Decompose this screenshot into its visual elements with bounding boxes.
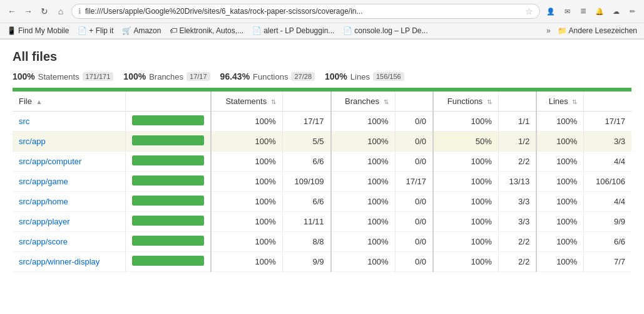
table-row: src/app/game 100% 109/109 100% 17/17 100… [13, 172, 631, 192]
functions-label: Functions [253, 72, 288, 81]
file-cell[interactable]: src/app/winner-display [13, 252, 125, 272]
summary-bar: 100% Statements 171/171 100% Branches 17… [13, 71, 631, 81]
lines-label: Lines [350, 72, 370, 81]
line-count: 9/9 [584, 212, 631, 232]
line-count: 4/4 [584, 192, 631, 212]
stmt-count: 5/5 [282, 132, 330, 152]
col-header-bar [125, 92, 211, 112]
star-icon[interactable]: ☆ [525, 6, 533, 16]
file-cell[interactable]: src/app/computer [13, 152, 125, 172]
col-header-branches-pct[interactable]: Branches ⇅ [331, 92, 396, 112]
branch-count: 0/0 [395, 192, 433, 212]
progress-bar-bg [132, 196, 204, 206]
back-button[interactable]: ← [5, 4, 19, 18]
func-count: 3/3 [498, 212, 536, 232]
progress-bar-fill [132, 196, 204, 206]
other-bookmarks[interactable]: 📁 Andere Lesezeichen [556, 26, 639, 36]
bookmark-amazon[interactable]: 🛒 Amazon [120, 26, 163, 36]
branch-pct: 100% [331, 232, 396, 252]
file-cell[interactable]: src [13, 112, 125, 132]
progress-bar-cell [125, 212, 211, 232]
file-link[interactable]: src [19, 117, 29, 126]
profile-icon[interactable]: 👤 [544, 4, 558, 18]
page-title: All files [13, 50, 631, 64]
refresh-button[interactable]: ↻ [38, 4, 51, 18]
functions-pct: 96.43% [220, 71, 250, 81]
branch-count: 0/0 [395, 132, 433, 152]
line-pct: 100% [536, 112, 584, 132]
progress-bar-fill [132, 115, 204, 125]
stmt-count: 6/6 [282, 192, 330, 212]
file-link[interactable]: src/app/winner-display [19, 257, 100, 266]
bookmark-label: Find My Mobile [18, 26, 69, 35]
file-link[interactable]: src/app/player [19, 217, 70, 226]
sort-asc-icon: ▲ [36, 98, 43, 105]
col-header-file[interactable]: File ▲ [13, 92, 125, 112]
ext-icon[interactable]: ✏ [625, 4, 639, 18]
file-link[interactable]: src/app [19, 137, 46, 146]
bell-icon[interactable]: 🔔 [593, 4, 606, 18]
progress-bar-fill [132, 236, 204, 246]
col-header-functions-pct[interactable]: Functions ⇅ [433, 92, 498, 112]
address-text: file:///Users/apple/Google%20Drive/sites… [85, 7, 521, 16]
summary-lines: 100% Lines 156/156 [325, 71, 404, 81]
cloud-icon[interactable]: ☁ [609, 4, 623, 18]
branch-pct: 100% [331, 252, 396, 272]
branch-count: 0/0 [395, 252, 433, 272]
file-cell[interactable]: src/app [13, 132, 125, 152]
line-pct: 100% [536, 172, 584, 192]
bookmark-console[interactable]: 📄 console.log – LP De... [341, 26, 429, 36]
line-pct: 100% [536, 152, 584, 172]
progress-bar-bg [132, 135, 204, 145]
forward-button[interactable]: → [21, 4, 35, 18]
branch-count: 17/17 [395, 172, 433, 192]
bookmark-flip[interactable]: 📄 + Flip it [76, 26, 115, 36]
file-link[interactable]: src/app/game [19, 177, 68, 186]
branch-pct: 100% [331, 152, 396, 172]
home-button[interactable]: ⌂ [54, 4, 68, 18]
line-pct: 100% [536, 212, 584, 232]
line-pct: 100% [536, 192, 584, 212]
file-cell[interactable]: src/app/home [13, 192, 125, 212]
line-count: 3/3 [584, 132, 631, 152]
file-link[interactable]: src/app/computer [19, 157, 81, 166]
func-pct: 100% [433, 252, 498, 272]
progress-bar-bg [132, 175, 204, 186]
statements-count: 171/171 [83, 72, 114, 81]
progress-bar-cell [125, 232, 211, 252]
file-link[interactable]: src/app/score [19, 237, 68, 246]
address-bar[interactable]: ℹ file:///Users/apple/Google%20Drive/sit… [71, 4, 540, 19]
progress-bar-fill [132, 175, 204, 186]
stmt-count: 8/8 [282, 232, 330, 252]
more-bookmarks-button[interactable]: » [546, 26, 551, 35]
col-header-lines-pct[interactable]: Lines ⇅ [536, 92, 584, 112]
table-row: src/app/home 100% 6/6 100% 0/0 100% 3/3 … [13, 192, 631, 212]
stmt-count: 17/17 [282, 112, 330, 132]
branch-count: 0/0 [395, 232, 433, 252]
col-header-statements-pct[interactable]: Statements ⇅ [211, 92, 283, 112]
statements-label: Statements [38, 72, 79, 81]
file-link[interactable]: src/app/home [19, 197, 68, 206]
col-header-lines-count [584, 92, 631, 112]
bookmark-label: console.log – LP De... [354, 26, 427, 35]
mail-icon[interactable]: ✉ [560, 4, 574, 18]
sort-icon3: ⇅ [487, 98, 492, 105]
file-cell[interactable]: src/app/score [13, 232, 125, 252]
bookmark-find-mobile[interactable]: 📱 Find My Mobile [5, 26, 71, 36]
func-count: 13/13 [498, 172, 536, 192]
doc3-icon: 📄 [343, 26, 352, 35]
coverage-table: File ▲ Statements ⇅ Branches ⇅ Functions… [13, 92, 631, 272]
func-pct: 100% [433, 172, 498, 192]
file-cell[interactable]: src/app/game [13, 172, 125, 192]
bookmark-label: + Flip it [89, 26, 113, 35]
table-row: src/app/winner-display 100% 9/9 100% 0/0… [13, 252, 631, 272]
bookmark-elektronik[interactable]: 🏷 Elektronik, Autos,... [168, 26, 245, 36]
progress-bar-bg [132, 155, 204, 165]
line-count: 6/6 [584, 232, 631, 252]
bookmark-alert[interactable]: 📄 alert - LP Debuggin... [250, 26, 336, 36]
branch-pct: 100% [331, 192, 396, 212]
file-cell[interactable]: src/app/player [13, 212, 125, 232]
sort-icon2: ⇅ [384, 98, 389, 105]
branches-pct: 100% [123, 71, 146, 81]
menu-icon[interactable]: ≡ [576, 4, 590, 18]
